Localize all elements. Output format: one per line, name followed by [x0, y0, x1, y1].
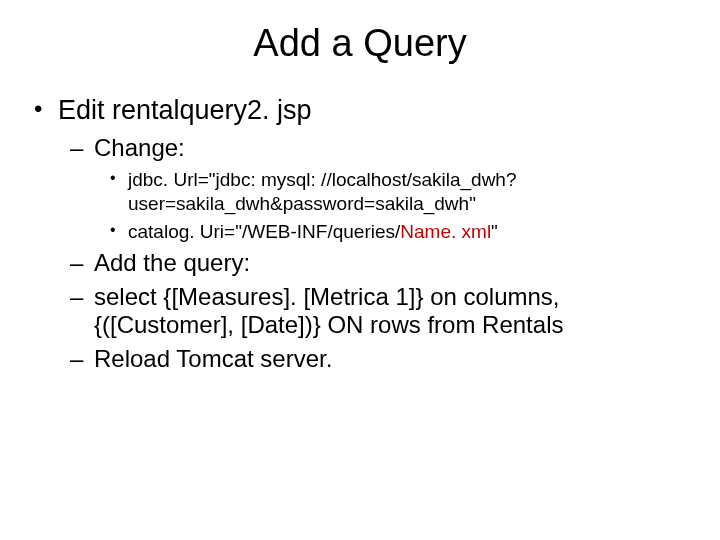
- bullet-lvl3: catalog. Uri="/WEB-INF/queries/Name. xml…: [30, 220, 690, 244]
- bullet-lvl2: Add the query:: [30, 249, 690, 277]
- text-fragment: ": [491, 221, 498, 242]
- bullet-lvl2: Change:: [30, 134, 690, 162]
- text-fragment: catalog. Uri="/WEB-INF/queries/: [128, 221, 400, 242]
- bullet-lvl3: jdbc. Url="jdbc: mysql: //localhost/saki…: [30, 168, 690, 216]
- highlight-text: Name. xml: [400, 221, 491, 242]
- bullet-lvl1: Edit rentalquery2. jsp: [30, 95, 690, 126]
- slide-title: Add a Query: [0, 0, 720, 75]
- bullet-lvl2: select {[Measures]. [Metrica 1]} on colu…: [30, 283, 690, 339]
- slide-body: Edit rentalquery2. jsp Change: jdbc. Url…: [0, 75, 720, 373]
- slide: Add a Query Edit rentalquery2. jsp Chang…: [0, 0, 720, 540]
- bullet-lvl2: Reload Tomcat server.: [30, 345, 690, 373]
